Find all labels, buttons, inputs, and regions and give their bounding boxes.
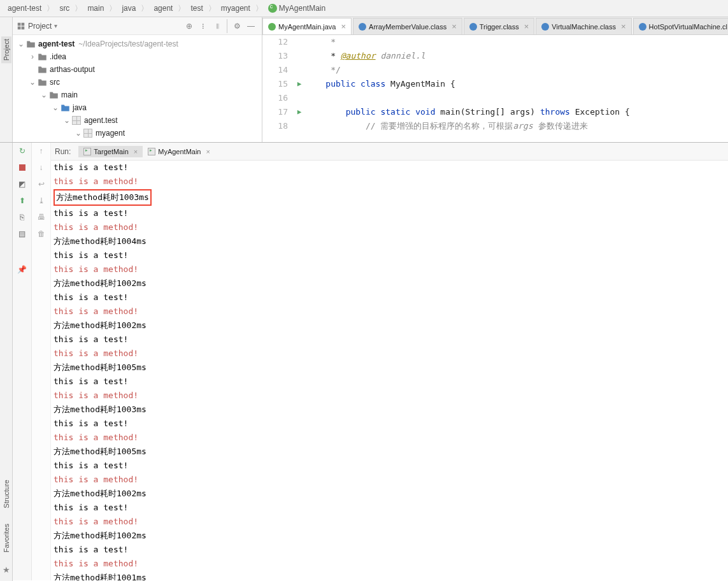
editor-tab[interactable]: MyAgentMain.java× <box>262 18 352 34</box>
rerun-icon[interactable]: ↻ <box>13 143 31 159</box>
console-line: this is a test! <box>54 290 725 305</box>
close-icon[interactable]: × <box>452 22 457 31</box>
console-line: this is a test! <box>54 375 725 389</box>
console-line: this is a test! <box>54 543 725 557</box>
divider <box>227 19 227 33</box>
close-icon[interactable]: × <box>134 148 138 155</box>
svg-rect-0 <box>18 22 21 25</box>
soft-wrap-icon[interactable]: ↩ <box>32 176 50 192</box>
project-panel: Project ▾ ⊕ ⫶ ⫴ ⚙ — ⌄agent-test~/IdeaPro… <box>13 17 262 142</box>
console-line: 方法method耗时1003ms <box>54 189 725 206</box>
svg-rect-2 <box>18 26 21 29</box>
console-line: this is a method! <box>54 262 725 276</box>
console-line: 方法method耗时1001ms <box>54 571 725 580</box>
left-tool-strip: Project <box>0 17 13 142</box>
tree-item[interactable]: ⌄myagent <box>13 127 262 140</box>
favorites-star-icon: ★ <box>3 565 10 575</box>
tree-item[interactable]: arthas-output <box>13 63 262 76</box>
stop-icon[interactable] <box>13 159 31 176</box>
locate-icon[interactable]: ⊕ <box>182 19 196 33</box>
expand-all-icon[interactable]: ⫶ <box>196 19 210 33</box>
editor-tab[interactable]: Trigger.class× <box>464 18 535 34</box>
breadcrumb-item[interactable]: test <box>188 4 205 13</box>
tree-item[interactable]: ⌄agent.test <box>13 114 262 127</box>
project-tree[interactable]: ⌄agent-test~/IdeaProjects/test/agent-tes… <box>13 35 262 142</box>
hide-icon[interactable]: — <box>244 19 258 33</box>
project-tool-tab[interactable]: Project <box>1 36 11 63</box>
console-line: this is a method! <box>54 389 725 403</box>
console-line: this is a test! <box>54 501 725 515</box>
console-line: this is a test! <box>54 333 725 347</box>
close-icon[interactable]: × <box>621 22 626 31</box>
breadcrumb-item[interactable]: agent-test <box>5 4 44 13</box>
console-line: this is a method! <box>54 175 725 189</box>
project-view-selector[interactable]: Project ▾ <box>17 22 57 31</box>
tree-item[interactable]: ⌄main <box>13 89 262 101</box>
editor-tab[interactable]: ArrayMemberValue.class× <box>353 18 462 34</box>
breadcrumb: agent-test〉src〉main〉java〉agent〉test〉myag… <box>0 0 728 17</box>
pin-icon[interactable]: 📌 <box>13 261 31 278</box>
run-tool-window: ↻ ◩ ⬆ ⎘ ▤ 📌 ↑ ↓ ↩ ⤓ 🖶 🗑 Run: TargetMain×… <box>0 142 728 580</box>
camera-icon[interactable]: ◩ <box>13 176 31 192</box>
up-icon[interactable]: ↑ <box>32 143 50 159</box>
left-tool-strip-bottom: ★ Favorites Structure <box>0 454 13 581</box>
breadcrumb-item[interactable]: MyAgentMain <box>266 4 328 13</box>
code-editor[interactable]: 12131415161718 ▶▶ * * @author danniel.l … <box>262 35 728 142</box>
console-output[interactable]: this is a test!this is a method!方法method… <box>51 161 728 580</box>
print-icon[interactable]: 🖶 <box>32 209 50 226</box>
tree-item[interactable]: ›.idea <box>13 50 262 63</box>
console-line: this is a method! <box>54 305 725 319</box>
exit-icon[interactable]: ⎘ <box>13 209 31 226</box>
tree-item[interactable]: ⌄java <box>13 101 262 114</box>
console-line: 方法method耗时1002ms <box>54 276 725 290</box>
favorites-tool-tab[interactable]: Favorites <box>1 521 11 555</box>
run-nav-column: ↑ ↓ ↩ ⤓ 🖶 🗑 <box>32 143 51 580</box>
editor-area: MyAgentMain.java×ArrayMemberValue.class×… <box>262 17 728 142</box>
console-line: this is a method! <box>54 347 725 361</box>
editor-tab[interactable]: HotSpotVirtualMachine.cl× <box>633 18 728 34</box>
editor-tab[interactable]: VirtualMachine.class× <box>536 18 631 34</box>
console-line: 方法method耗时1002ms <box>54 487 725 501</box>
breadcrumb-item[interactable]: java <box>119 4 138 13</box>
editor-tabs: MyAgentMain.java×ArrayMemberValue.class×… <box>262 17 728 35</box>
code-body[interactable]: * * @author danniel.l */ public class My… <box>306 35 728 142</box>
trash-icon[interactable]: 🗑 <box>32 226 50 242</box>
run-action-column: ↻ ◩ ⬆ ⎘ ▤ 📌 <box>13 143 32 580</box>
console-line: this is a method! <box>54 220 725 234</box>
console-line: 方法method耗时1005ms <box>54 361 725 375</box>
console-line: 方法method耗时1005ms <box>54 445 725 459</box>
run-tabs: Run: TargetMain×MyAgentMain× <box>51 143 728 161</box>
down-icon[interactable]: ↓ <box>32 159 50 176</box>
console-line: this is a test! <box>54 206 725 220</box>
gear-icon[interactable]: ⚙ <box>230 19 244 33</box>
gutter-marks: ▶▶ <box>293 35 306 142</box>
svg-rect-3 <box>22 26 25 29</box>
bug-restart-icon[interactable]: ⬆ <box>13 192 31 209</box>
console-line: this is a method! <box>54 557 725 571</box>
project-panel-header: Project ▾ ⊕ ⫶ ⫴ ⚙ — <box>13 17 262 35</box>
close-icon[interactable]: × <box>341 22 346 31</box>
console-line: this is a test! <box>54 417 725 431</box>
collapse-all-icon[interactable]: ⫴ <box>210 19 224 33</box>
console-line: 方法method耗时1004ms <box>54 234 725 248</box>
breadcrumb-item[interactable]: main <box>85 4 106 13</box>
structure-tool-tab[interactable]: Structure <box>1 477 11 511</box>
console-line: this is a test! <box>54 161 725 175</box>
close-icon[interactable]: × <box>206 148 210 155</box>
close-icon[interactable]: × <box>524 22 529 31</box>
scroll-icon[interactable]: ⤓ <box>32 192 50 209</box>
tree-item[interactable]: ⌄src <box>13 76 262 89</box>
layout-icon[interactable]: ▤ <box>13 226 31 242</box>
breadcrumb-item[interactable]: src <box>57 4 72 13</box>
console-line: 方法method耗时1002ms <box>54 319 725 333</box>
run-tab[interactable]: TargetMain× <box>78 146 143 157</box>
project-title: Project <box>28 22 52 31</box>
breadcrumb-item[interactable]: myagent <box>218 4 253 13</box>
svg-rect-1 <box>22 22 25 25</box>
breadcrumb-item[interactable]: agent <box>151 4 175 13</box>
console-line: 方法method耗时1002ms <box>54 529 725 543</box>
tree-root[interactable]: ⌄agent-test~/IdeaProjects/test/agent-tes… <box>13 38 262 50</box>
run-tab[interactable]: MyAgentMain× <box>143 146 215 157</box>
console-line: this is a method! <box>54 515 725 529</box>
line-gutter: 12131415161718 <box>262 35 293 142</box>
